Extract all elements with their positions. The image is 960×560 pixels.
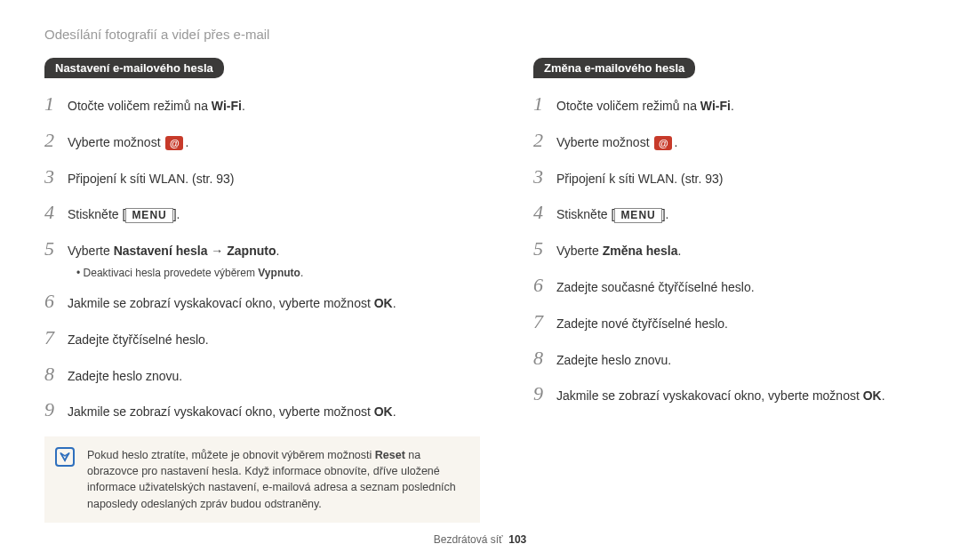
step-number: 4 bbox=[533, 199, 556, 227]
wifi-label: Wi-Fi bbox=[700, 99, 731, 113]
step-7: 7 Zadejte nové čtyřčíselné heslo. bbox=[533, 308, 916, 336]
page-number: 103 bbox=[508, 533, 526, 546]
step-text: Vyberte Nastavení hesla → Zapnuto. bbox=[68, 240, 279, 260]
step-4: 4 Stiskněte [MENU]. bbox=[533, 199, 916, 227]
step-5-subnote: • Deaktivaci hesla provedete výběrem Vyp… bbox=[76, 267, 480, 279]
left-column: Nastavení e-mailového hesla 1 Otočte vol… bbox=[44, 58, 480, 523]
step-6: 6 Zadejte současné čtyřčíselné heslo. bbox=[533, 272, 916, 300]
step-text: Vyberte Změna hesla. bbox=[556, 240, 681, 260]
info-note-icon bbox=[55, 447, 75, 467]
step-number: 1 bbox=[44, 91, 68, 118]
menu-button-icon: MENU bbox=[125, 208, 172, 224]
step-number: 5 bbox=[44, 236, 68, 263]
step-5: 5 Vyberte Nastavení hesla → Zapnuto. bbox=[44, 236, 480, 263]
step-text: Otočte voličem režimů na Wi-Fi. bbox=[556, 95, 734, 116]
step-5: 5 Vyberte Změna hesla. bbox=[533, 236, 916, 263]
step-text: Jakmile se zobrazí vyskakovací okno, vyb… bbox=[556, 385, 885, 405]
step-3: 3 Připojení k síti WLAN. (str. 93) bbox=[44, 164, 480, 191]
right-section-badge: Změna e-mailového hesla bbox=[533, 58, 695, 78]
step-number: 4 bbox=[44, 199, 68, 227]
step-text: Zadejte heslo znovu. bbox=[68, 365, 182, 386]
email-icon bbox=[165, 136, 183, 150]
step-1: 1 Otočte voličem režimů na Wi-Fi. bbox=[533, 91, 916, 118]
step-text: Stiskněte [MENU]. bbox=[556, 204, 669, 224]
info-note: Pokud heslo ztratíte, můžete je obnovit … bbox=[44, 436, 480, 523]
step-8: 8 Zadejte heslo znovu. bbox=[533, 345, 916, 372]
step-4: 4 Stiskněte [MENU]. bbox=[44, 199, 480, 227]
step-number: 6 bbox=[44, 288, 68, 316]
step-text: Zadejte současné čtyřčíselné heslo. bbox=[556, 276, 755, 297]
menu-button-icon: MENU bbox=[614, 208, 661, 224]
step-9: 9 Jakmile se zobrazí vyskakovací okno, v… bbox=[44, 396, 480, 424]
step-text: Jakmile se zobrazí vyskakovací okno, vyb… bbox=[68, 292, 396, 313]
page-header: Odesílání fotografií a videí přes e-mail bbox=[44, 27, 916, 42]
step-7: 7 Zadejte čtyřčíselné heslo. bbox=[44, 324, 480, 352]
step-number: 5 bbox=[533, 236, 556, 263]
step-2: 2 Vyberte možnost . bbox=[44, 127, 480, 155]
step-9: 9 Jakmile se zobrazí vyskakovací okno, v… bbox=[533, 380, 916, 408]
step-text: Vyberte možnost . bbox=[556, 132, 677, 152]
step-8: 8 Zadejte heslo znovu. bbox=[44, 361, 480, 388]
step-text: Zadejte heslo znovu. bbox=[556, 349, 671, 370]
step-text: Zadejte nové čtyřčíselné heslo. bbox=[556, 313, 728, 333]
step-number: 2 bbox=[44, 127, 68, 155]
step-number: 9 bbox=[533, 380, 556, 408]
right-steps: 1 Otočte voličem režimů na Wi-Fi. 2 Vybe… bbox=[533, 91, 916, 408]
footer-section: Bezdrátová síť bbox=[434, 533, 503, 546]
step-6: 6 Jakmile se zobrazí vyskakovací okno, v… bbox=[44, 288, 480, 316]
step-number: 7 bbox=[533, 308, 556, 336]
left-section-badge: Nastavení e-mailového hesla bbox=[44, 58, 224, 78]
step-number: 6 bbox=[533, 272, 556, 300]
step-text: Otočte voličem režimů na Wi-Fi. bbox=[68, 95, 245, 116]
step-number: 3 bbox=[533, 164, 556, 191]
left-steps: 1 Otočte voličem režimů na Wi-Fi. 2 Vybe… bbox=[44, 91, 480, 424]
right-column: Změna e-mailového hesla 1 Otočte voličem… bbox=[533, 58, 916, 523]
step-number: 8 bbox=[533, 345, 556, 372]
step-text: Jakmile se zobrazí vyskakovací okno, vyb… bbox=[68, 401, 396, 421]
step-number: 1 bbox=[533, 91, 556, 118]
step-2: 2 Vyberte možnost . bbox=[533, 127, 916, 155]
step-3: 3 Připojení k síti WLAN. (str. 93) bbox=[533, 164, 916, 191]
step-number: 8 bbox=[44, 361, 68, 388]
step-number: 3 bbox=[44, 164, 68, 191]
content-columns: Nastavení e-mailového hesla 1 Otočte vol… bbox=[44, 58, 916, 523]
page-footer: Bezdrátová síť 103 bbox=[0, 533, 960, 546]
step-text: Připojení k síti WLAN. (str. 93) bbox=[68, 168, 235, 188]
step-text: Stiskněte [MENU]. bbox=[68, 204, 180, 224]
step-text: Zadejte čtyřčíselné heslo. bbox=[68, 329, 209, 349]
step-number: 2 bbox=[533, 127, 556, 155]
email-icon bbox=[654, 136, 672, 150]
step-text: Vyberte možnost . bbox=[68, 132, 188, 152]
wifi-label: Wi-Fi bbox=[212, 99, 242, 113]
step-number: 9 bbox=[44, 396, 68, 424]
step-1: 1 Otočte voličem režimů na Wi-Fi. bbox=[44, 91, 480, 118]
step-number: 7 bbox=[44, 324, 68, 352]
step-text: Připojení k síti WLAN. (str. 93) bbox=[556, 168, 724, 188]
